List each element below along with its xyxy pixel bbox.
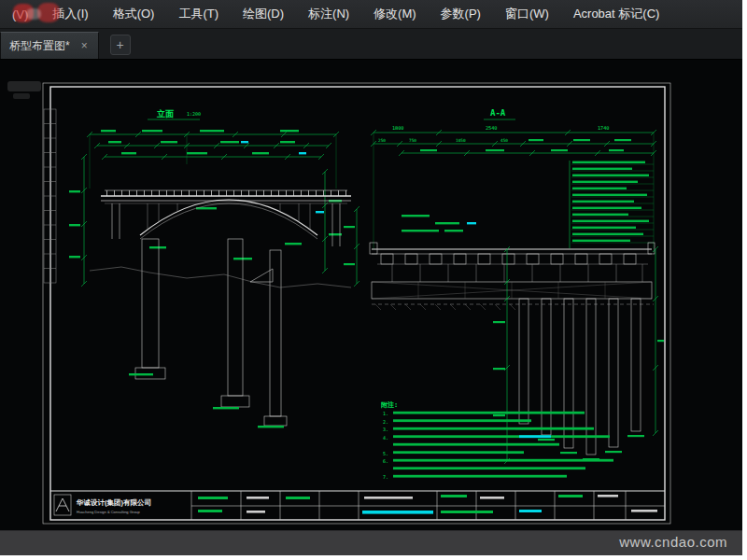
tab-bridge-layout-drawing[interactable]: 桥型布置图* ×: [0, 32, 99, 59]
menu-modify[interactable]: 修改(M): [361, 0, 429, 28]
bottom-bar: www.cndao.com: [0, 530, 742, 555]
revision-strip-table: [44, 109, 56, 283]
model-space-canvas[interactable]: 立面 1:200: [0, 60, 742, 530]
dim-label: 1740: [598, 125, 610, 131]
pile-3: [564, 299, 573, 448]
company-name-en: Huacheng Design & Consulting Group: [77, 510, 141, 514]
menu-window[interactable]: 窗口(W): [493, 0, 561, 28]
ground-line: [90, 267, 351, 287]
pile-4: [586, 299, 596, 455]
company-logo: [54, 495, 71, 515]
pier-3: [270, 250, 281, 416]
dim-label: 250: [378, 138, 386, 143]
deck-cross-section: [370, 243, 655, 264]
pile-5: [609, 299, 618, 447]
dim-label: 2540: [486, 125, 498, 131]
pier-2: [228, 239, 243, 396]
note-number: 2.: [383, 419, 388, 425]
note-number: 4.: [383, 435, 388, 441]
dim-label: 750: [409, 138, 416, 143]
cad-application-window: (V) 插入(I) 格式(O) 工具(T) 绘图(D) 标注(N) 修改(M) …: [0, 0, 742, 553]
bridge-layout-drawing: 立面 1:200: [0, 60, 742, 530]
menu-tools[interactable]: 工具(T): [166, 0, 231, 28]
section-view: A-A 1800 2540 1740 250 750 1050 450: [344, 108, 664, 464]
arch-rib: [112, 200, 340, 246]
menu-parametric[interactable]: 参数(P): [429, 0, 493, 28]
pile-1: [519, 299, 529, 424]
pier-2-footing: [221, 396, 249, 407]
notes-block: 附注: 1. 2. 3. 4. 5. 6. 7.: [381, 400, 613, 480]
elevation-dimensions: [69, 130, 342, 287]
notes-title: 附注:: [381, 400, 398, 409]
drawing-tab-bar: 桥型布置图* × +: [0, 29, 742, 60]
menu-view-partial[interactable]: (V): [0, 0, 40, 28]
note-number: 5.: [383, 451, 388, 456]
note-number: 3.: [383, 427, 388, 432]
note-number: 7.: [383, 474, 388, 480]
title-block: 华诚设计(集团)有限公司 Huacheng Design & Consultin…: [50, 491, 665, 520]
section-ground-line: [372, 304, 654, 310]
slope-detail-triangle: [250, 269, 273, 282]
plus-icon: +: [117, 38, 124, 51]
bridge-deck-elevation: [101, 190, 351, 203]
menu-bar: (V) 插入(I) 格式(O) 工具(T) 绘图(D) 标注(N) 修改(M) …: [0, 0, 742, 29]
site-watermark: www.cndao.com: [619, 534, 727, 550]
menu-format[interactable]: 格式(O): [101, 0, 167, 28]
sheet-border: [43, 83, 670, 524]
faint-watermark-blob: [7, 81, 41, 99]
pier-1: [142, 239, 159, 368]
pile-6: [631, 299, 641, 431]
dim-label: 1050: [456, 138, 466, 143]
menu-draw[interactable]: 绘图(D): [231, 0, 296, 28]
note-number: 1.: [383, 411, 388, 416]
dim-label: 450: [500, 138, 508, 143]
company-name: 华诚设计(集团)有限公司: [76, 498, 151, 507]
menu-dimension[interactable]: 标注(N): [296, 0, 361, 28]
pier-cap-beam: [372, 264, 652, 299]
new-tab-button[interactable]: +: [110, 35, 131, 55]
note-number: 6.: [383, 458, 388, 464]
tab-label: 桥型布置图*: [9, 38, 70, 54]
tab-close-icon[interactable]: ×: [78, 39, 91, 52]
elevation-scale: 1:200: [187, 111, 201, 117]
section-title: A-A: [490, 108, 506, 118]
pile-2: [542, 299, 551, 435]
material-layer-list: [570, 161, 654, 248]
elevation-view: 立面 1:200: [69, 109, 351, 427]
pier-3-footing: [264, 416, 287, 426]
section-annotations: [344, 206, 476, 287]
dim-label: 1800: [392, 125, 404, 131]
menu-insert[interactable]: 插入(I): [40, 0, 100, 28]
elevation-piers: [129, 239, 287, 427]
elevation-title: 立面: [156, 109, 174, 119]
menu-acrobat-markup[interactable]: Acrobat 标记(C): [561, 0, 671, 28]
